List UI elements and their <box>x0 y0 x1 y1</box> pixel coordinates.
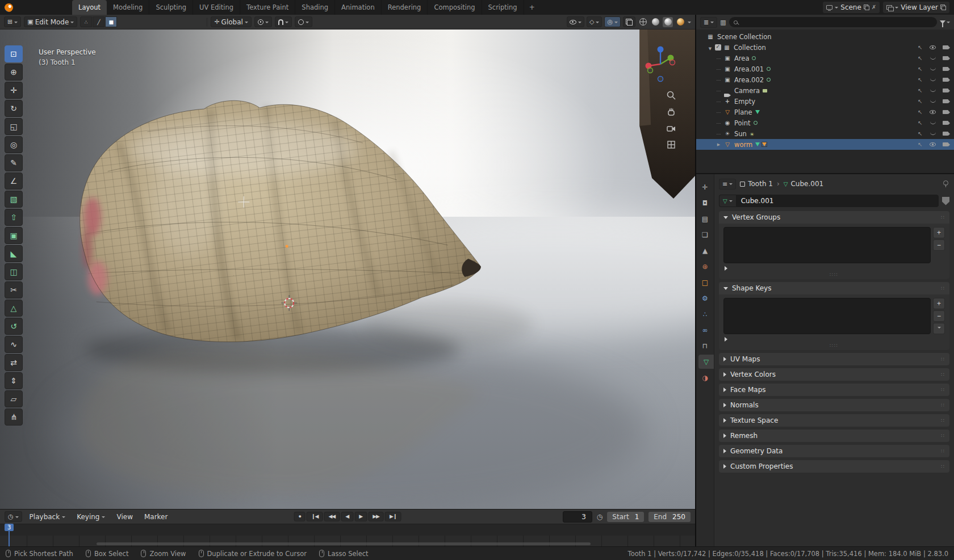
properties-tab-object-data[interactable] <box>698 355 714 369</box>
object-name[interactable]: Sun <box>733 130 748 138</box>
outliner-search-input[interactable] <box>741 18 932 26</box>
panel-grip-icon[interactable]: ∷ <box>941 387 945 393</box>
tool-button-rip-region[interactable]: ⋔ <box>5 409 23 426</box>
new-scene-icon[interactable] <box>864 5 869 10</box>
tool-button-transform[interactable]: ◎ <box>5 136 23 153</box>
viewport-menu-mesh[interactable] <box>152 21 160 23</box>
properties-tab-material[interactable] <box>696 370 714 385</box>
workspace-tab[interactable]: Sculpting <box>149 0 193 15</box>
tool-button-extrude-region[interactable]: ⇧ <box>5 209 23 226</box>
3d-scene[interactable] <box>0 30 695 509</box>
outliner-row-collection[interactable]: Collection ↖ <box>696 42 954 53</box>
render-visibility-toggle-icon[interactable] <box>941 142 949 146</box>
outliner-editor-type-button[interactable]: ≣ <box>700 17 717 28</box>
render-visibility-toggle-icon[interactable] <box>941 110 949 114</box>
tool-button-annotate[interactable]: ✎ <box>5 154 23 171</box>
add-workspace-button[interactable]: + <box>524 0 540 15</box>
disclosure-triangle-icon[interactable] <box>716 65 722 73</box>
properties-tab-modifiers[interactable] <box>696 291 714 305</box>
object-name[interactable]: Collection <box>733 44 767 52</box>
shading-material-button[interactable] <box>663 17 673 27</box>
tool-button-shrink-fatten[interactable]: ⇕ <box>5 372 23 389</box>
shading-options-chevron-icon[interactable] <box>688 22 691 25</box>
object-name[interactable]: Plane <box>733 108 754 116</box>
zoom-icon[interactable] <box>666 90 677 101</box>
new-view-layer-icon[interactable] <box>940 5 946 10</box>
tool-button-cursor[interactable]: ⊕ <box>5 64 23 81</box>
properties-tab-object[interactable] <box>696 275 714 289</box>
selectable-toggle-icon[interactable]: ↖ <box>916 87 924 94</box>
shading-solid-button[interactable] <box>650 17 660 27</box>
properties-tab-output[interactable] <box>696 212 714 226</box>
transport-button-previous-keyframe[interactable]: ◀◀ <box>324 512 340 521</box>
outliner-row-point[interactable]: Point ↖ <box>696 117 954 128</box>
render-visibility-toggle-icon[interactable] <box>941 89 949 92</box>
collapsed-panel[interactable]: UV Maps ∷ <box>719 353 949 365</box>
properties-tab-world[interactable] <box>696 259 714 273</box>
viewport-menu-view[interactable] <box>120 21 128 23</box>
hide-viewport-toggle-icon[interactable] <box>928 100 937 103</box>
topbar-menu-window[interactable] <box>45 6 54 9</box>
tool-button-smooth[interactable]: ∿ <box>5 336 23 353</box>
shading-rendered-button[interactable] <box>675 17 685 27</box>
tool-button-move[interactable]: ✛ <box>5 82 23 99</box>
tool-button-knife[interactable]: ✂ <box>5 281 23 298</box>
object-name[interactable]: worm <box>733 141 754 149</box>
pivot-point-selector[interactable] <box>254 16 272 27</box>
transform-orientation-selector[interactable]: ✛ Global <box>211 16 252 27</box>
collapsed-panel[interactable]: Normals ∷ <box>719 399 949 411</box>
topbar-menu-file[interactable] <box>18 6 27 9</box>
selectable-toggle-icon[interactable]: ↖ <box>916 98 924 104</box>
disclosure-triangle-icon[interactable] <box>707 44 713 52</box>
auto-keying-clock-icon[interactable]: ◷ <box>597 513 602 521</box>
properties-tab-render[interactable] <box>696 196 714 210</box>
collapsed-panel[interactable]: Vertex Colors ∷ <box>719 368 949 381</box>
shape-keys-specials-row[interactable] <box>723 334 945 343</box>
snapping-toggle[interactable] <box>275 16 292 27</box>
selectable-toggle-icon[interactable]: ↖ <box>916 66 924 72</box>
selectable-toggle-icon[interactable]: ↖ <box>916 120 924 126</box>
viewport-menu-add[interactable] <box>141 21 149 23</box>
playhead[interactable]: 3 <box>5 524 15 546</box>
xray-toggle[interactable] <box>623 16 635 27</box>
view-layer-selector[interactable]: View Layer <box>883 2 949 13</box>
topbar-menu-help[interactable] <box>54 6 63 9</box>
select-mode-face[interactable]: ■ <box>105 16 117 27</box>
panel-grip-icon[interactable]: ∷ <box>941 372 945 377</box>
selectable-toggle-icon[interactable]: ↖ <box>916 44 924 50</box>
vertex-groups-specials-row[interactable] <box>723 263 945 272</box>
shield-icon[interactable] <box>942 197 949 205</box>
hide-viewport-toggle-icon[interactable] <box>928 132 937 135</box>
viewport-menu-select[interactable] <box>131 21 139 23</box>
pan-hand-icon[interactable] <box>666 106 677 117</box>
outliner-row-empty[interactable]: Empty ↖ <box>696 96 954 107</box>
hide-viewport-toggle-icon[interactable] <box>928 68 937 70</box>
workspace-tab[interactable]: Layout <box>72 0 107 15</box>
selectable-toggle-icon[interactable]: ↖ <box>916 141 924 148</box>
add-vertex-group-button[interactable]: + <box>933 227 945 238</box>
tool-button-spin[interactable]: ↺ <box>5 318 23 335</box>
tool-button-poly-build[interactable]: △ <box>5 300 23 317</box>
selectable-toggle-icon[interactable]: ↖ <box>916 130 924 137</box>
workspace-tab[interactable]: Scripting <box>482 0 524 15</box>
outliner-row-sun[interactable]: Sun ↖ <box>696 128 954 139</box>
outliner-row-area-001[interactable]: Area.001 ↖ <box>696 64 954 74</box>
tool-button-rotate[interactable]: ↻ <box>5 100 23 117</box>
hide-viewport-toggle-icon[interactable] <box>928 45 937 49</box>
shape-key-specials-button[interactable] <box>933 323 945 334</box>
transport-button-record[interactable]: ● <box>294 512 306 521</box>
mesh-browse-button[interactable]: ▽ <box>719 195 736 207</box>
disclosure-triangle-icon[interactable] <box>716 76 722 84</box>
hide-viewport-toggle-icon[interactable] <box>928 89 937 92</box>
panel-grip-icon[interactable]: ∷ <box>941 285 945 291</box>
hide-viewport-toggle-icon[interactable] <box>928 142 937 146</box>
gizmos-dropdown[interactable]: ◇ <box>587 16 602 27</box>
disclosure-triangle-icon[interactable] <box>716 98 722 106</box>
timeline-marker-menu[interactable]: Marker <box>140 512 171 522</box>
orthographic-grid-icon[interactable] <box>666 139 677 150</box>
hide-viewport-toggle-icon[interactable] <box>928 57 937 60</box>
pin-icon[interactable] <box>942 180 949 188</box>
collapsed-panel[interactable]: Geometry Data ∷ <box>719 445 949 457</box>
tool-button-add-cube[interactable]: ▧ <box>5 191 23 208</box>
properties-editor-type-button[interactable]: ≡ <box>719 179 736 190</box>
